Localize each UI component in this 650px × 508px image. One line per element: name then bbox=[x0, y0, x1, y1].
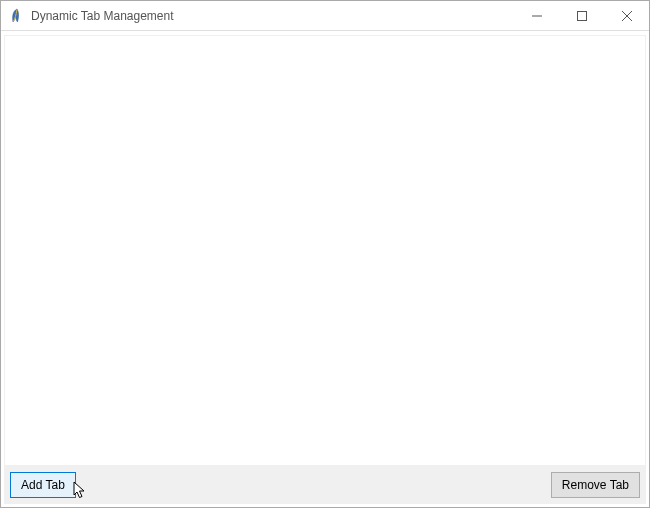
close-button[interactable] bbox=[604, 1, 649, 30]
remove-tab-button[interactable]: Remove Tab bbox=[551, 472, 640, 498]
window-controls bbox=[514, 1, 649, 30]
button-bar: Add Tab Remove Tab bbox=[4, 466, 646, 504]
app-window: Dynamic Tab Management Add Tab Remove Ta… bbox=[0, 0, 650, 508]
notebook-area bbox=[4, 35, 646, 466]
feather-icon bbox=[9, 8, 25, 24]
minimize-button[interactable] bbox=[514, 1, 559, 30]
svg-rect-1 bbox=[577, 11, 586, 20]
titlebar: Dynamic Tab Management bbox=[1, 1, 649, 31]
maximize-button[interactable] bbox=[559, 1, 604, 30]
add-tab-button[interactable]: Add Tab bbox=[10, 472, 76, 498]
window-title: Dynamic Tab Management bbox=[31, 9, 174, 23]
